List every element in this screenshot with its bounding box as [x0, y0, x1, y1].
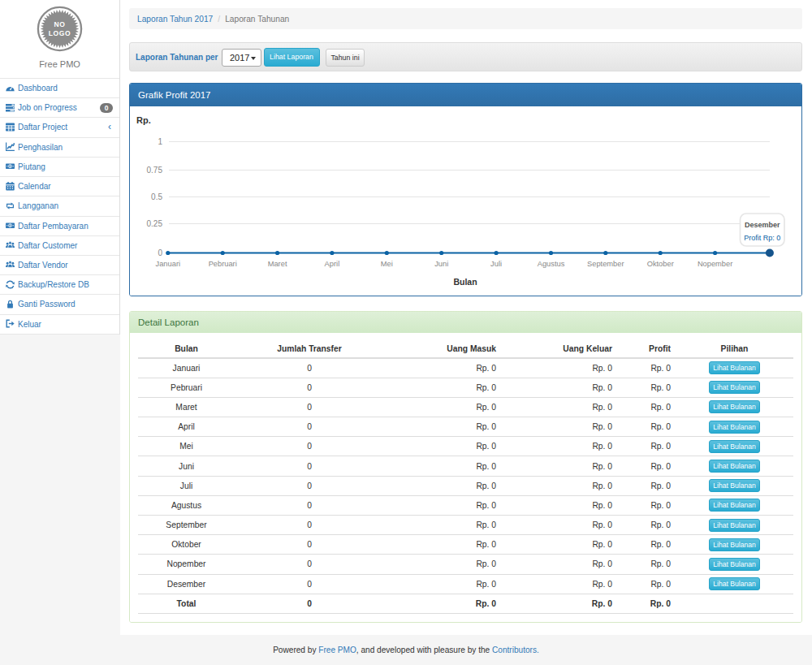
svg-text:Nopember: Nopember [698, 260, 732, 268]
svg-text:Juli: Juli [490, 260, 502, 268]
svg-text:Desember: Desember [745, 221, 780, 229]
svg-text:0.75: 0.75 [147, 166, 163, 175]
svg-text:Bulan: Bulan [453, 277, 477, 287]
svg-text:0.25: 0.25 [147, 219, 163, 228]
svg-text:Profit Rp: 0: Profit Rp: 0 [744, 234, 780, 242]
svg-text:NO: NO [54, 20, 66, 28]
svg-text:0.5: 0.5 [151, 192, 162, 201]
svg-text:1: 1 [158, 137, 162, 146]
svg-text:Rp.: Rp. [136, 115, 151, 125]
svg-text:April: April [325, 260, 340, 268]
svg-text:Agustus: Agustus [538, 260, 565, 268]
svg-text:Oktober: Oktober [647, 260, 674, 268]
svg-text:Maret: Maret [268, 260, 287, 268]
svg-text:Januari: Januari [156, 260, 181, 268]
svg-text:Mei: Mei [381, 260, 393, 268]
svg-text:LOGO: LOGO [49, 29, 71, 37]
svg-text:Pebruari: Pebruari [209, 260, 237, 268]
svg-text:September: September [587, 260, 624, 268]
svg-text:0: 0 [158, 248, 162, 257]
svg-text:Juni: Juni [434, 260, 448, 268]
